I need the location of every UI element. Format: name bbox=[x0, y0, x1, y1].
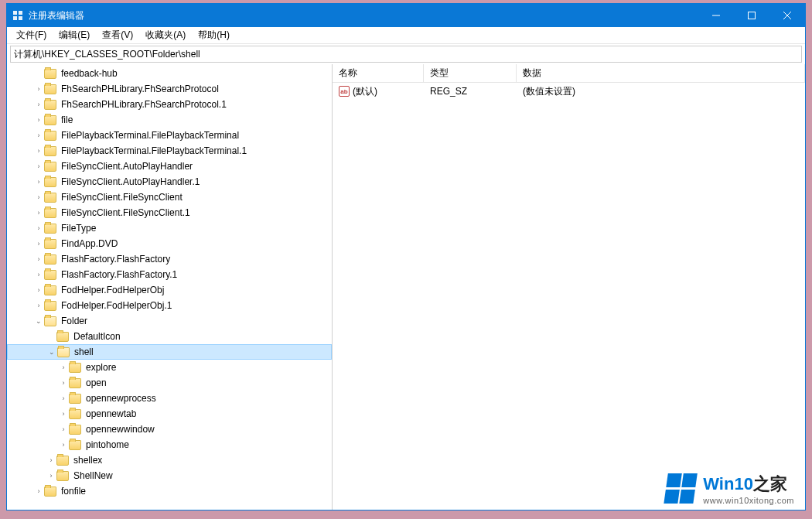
watermark-text-black: 之家 bbox=[753, 474, 787, 493]
values-pane: 名称 类型 数据 ab (默认) REG_SZ (数值未设置) bbox=[333, 64, 805, 510]
expand-icon[interactable]: › bbox=[33, 178, 44, 186]
tree-item[interactable]: ›opennewtab bbox=[7, 406, 332, 422]
folder-icon bbox=[44, 146, 56, 156]
close-button[interactable] bbox=[769, 4, 805, 27]
window-title: 注册表编辑器 bbox=[29, 9, 698, 22]
tree-item[interactable]: ›file bbox=[7, 112, 332, 128]
tree-item[interactable]: ›FileSyncClient.AutoPlayHandler.1 bbox=[7, 174, 332, 190]
col-header-data[interactable]: 数据 bbox=[517, 64, 805, 82]
col-header-name[interactable]: 名称 bbox=[333, 64, 424, 82]
expand-icon[interactable]: › bbox=[33, 131, 44, 139]
folder-icon bbox=[44, 254, 56, 265]
menu-help[interactable]: 帮助(H) bbox=[192, 27, 236, 43]
value-type: REG_SZ bbox=[424, 86, 517, 97]
folder-icon bbox=[44, 487, 56, 497]
tree-pane[interactable]: feedback-hub›FhSearchPHLibrary.FhSearchP… bbox=[7, 64, 333, 510]
folder-icon bbox=[44, 270, 56, 280]
collapse-icon[interactable]: ⌄ bbox=[33, 317, 44, 325]
expand-icon[interactable]: › bbox=[33, 487, 44, 495]
tree-item-label: FilePlaybackTerminal.FilePlaybackTermina… bbox=[60, 130, 241, 141]
folder-icon bbox=[44, 69, 56, 79]
address-bar[interactable] bbox=[10, 46, 802, 63]
expand-icon[interactable]: › bbox=[33, 193, 44, 201]
tree-item-label: opennewprocess bbox=[84, 393, 158, 404]
tree-item[interactable]: ›FodHelper.FodHelperObj.1 bbox=[7, 298, 332, 313]
expand-icon[interactable]: › bbox=[58, 364, 69, 371]
tree-item[interactable]: ›FilePlaybackTerminal.FilePlaybackTermin… bbox=[7, 143, 332, 159]
tree-item[interactable]: ›open bbox=[7, 375, 332, 391]
tree-item[interactable]: ›fonfile bbox=[7, 483, 332, 499]
tree-item[interactable]: ›FhSearchPHLibrary.FhSearchProtocol.1 bbox=[7, 97, 332, 112]
folder-icon bbox=[69, 425, 81, 435]
expand-icon[interactable]: › bbox=[33, 147, 44, 155]
tree-item-label: fonfile bbox=[60, 486, 87, 497]
expand-icon[interactable]: › bbox=[33, 116, 44, 124]
menu-edit[interactable]: 编辑(E) bbox=[53, 27, 96, 43]
folder-icon bbox=[56, 456, 69, 466]
expand-icon[interactable]: › bbox=[33, 271, 44, 278]
tree-item[interactable]: ›FhSearchPHLibrary.FhSearchProtocol bbox=[7, 81, 332, 97]
value-name: (默认) bbox=[353, 85, 377, 98]
address-input[interactable] bbox=[14, 49, 798, 60]
tree-item[interactable]: ›opennewwindow bbox=[7, 422, 332, 437]
menu-view[interactable]: 查看(V) bbox=[96, 27, 139, 43]
tree-item[interactable]: DefaultIcon bbox=[7, 329, 332, 344]
expand-icon[interactable]: › bbox=[33, 302, 44, 309]
tree-item[interactable]: ›pintohome bbox=[7, 437, 332, 452]
folder-icon bbox=[44, 100, 56, 110]
expand-icon[interactable]: › bbox=[33, 240, 44, 248]
tree-item-folder[interactable]: ⌄Folder bbox=[7, 313, 332, 329]
folder-icon bbox=[44, 177, 56, 187]
tree-item-label: FodHelper.FodHelperObj bbox=[60, 285, 165, 295]
expand-icon[interactable]: › bbox=[46, 456, 56, 464]
folder-icon bbox=[44, 193, 56, 203]
maximize-button[interactable] bbox=[734, 4, 769, 27]
tree-item-label: shell bbox=[73, 347, 95, 357]
folder-icon bbox=[44, 224, 56, 234]
expand-icon[interactable]: › bbox=[58, 441, 69, 449]
tree-item[interactable]: ›FileSyncClient.FileSyncClient bbox=[7, 190, 332, 205]
tree-item-label: FileSyncClient.FileSyncClient.1 bbox=[60, 207, 192, 218]
tree-item[interactable]: ›explore bbox=[7, 360, 332, 375]
expand-icon[interactable]: › bbox=[58, 425, 69, 433]
folder-icon bbox=[44, 115, 56, 125]
value-row[interactable]: ab (默认) REG_SZ (数值未设置) bbox=[333, 83, 805, 100]
folder-icon bbox=[69, 409, 81, 419]
expand-icon[interactable]: › bbox=[58, 379, 69, 387]
tree-item[interactable]: ›shellex bbox=[7, 452, 332, 468]
tree-item-shell[interactable]: ⌄shell bbox=[7, 344, 332, 360]
expand-icon[interactable]: › bbox=[33, 162, 44, 170]
expand-icon[interactable]: › bbox=[58, 410, 69, 418]
tree-item[interactable]: ›FlashFactory.FlashFactory.1 bbox=[7, 267, 332, 282]
tree-item[interactable]: ›FileSyncClient.FileSyncClient.1 bbox=[7, 205, 332, 220]
col-header-type[interactable]: 类型 bbox=[424, 64, 517, 82]
tree-item[interactable]: feedback-hub bbox=[7, 66, 332, 81]
collapse-icon[interactable]: ⌄ bbox=[46, 348, 57, 356]
menu-favorites[interactable]: 收藏夹(A) bbox=[139, 27, 192, 43]
folder-icon bbox=[44, 316, 56, 326]
tree-item[interactable]: ›FileSyncClient.AutoPlayHandler bbox=[7, 159, 332, 174]
watermark-logo-icon bbox=[664, 473, 699, 504]
expand-icon[interactable]: › bbox=[33, 85, 44, 93]
expand-icon[interactable]: › bbox=[33, 255, 44, 263]
tree-item-label: FhSearchPHLibrary.FhSearchProtocol.1 bbox=[60, 99, 228, 110]
tree-item[interactable]: ›FlashFactory.FlashFactory bbox=[7, 251, 332, 267]
svg-rect-5 bbox=[749, 12, 756, 19]
expand-icon[interactable]: › bbox=[58, 394, 69, 402]
folder-icon bbox=[44, 301, 56, 311]
tree-item[interactable]: ›ShellNew bbox=[7, 468, 332, 483]
tree-item[interactable]: ›opennewprocess bbox=[7, 391, 332, 406]
tree-item[interactable]: ›FilePlaybackTerminal.FilePlaybackTermin… bbox=[7, 128, 332, 143]
expand-icon[interactable]: › bbox=[33, 209, 44, 217]
tree-item[interactable]: ›FodHelper.FodHelperObj bbox=[7, 282, 332, 298]
tree-item-label: ShellNew bbox=[72, 470, 114, 481]
tree-item[interactable]: ›FindApp.DVD bbox=[7, 236, 332, 251]
tree-item-label: FhSearchPHLibrary.FhSearchProtocol bbox=[60, 84, 220, 94]
expand-icon[interactable]: › bbox=[33, 224, 44, 232]
expand-icon[interactable]: › bbox=[46, 472, 56, 480]
expand-icon[interactable]: › bbox=[33, 286, 44, 294]
tree-item[interactable]: ›FileType bbox=[7, 220, 332, 236]
minimize-button[interactable] bbox=[698, 4, 734, 27]
menu-file[interactable]: 文件(F) bbox=[10, 27, 53, 43]
expand-icon[interactable]: › bbox=[33, 101, 44, 108]
